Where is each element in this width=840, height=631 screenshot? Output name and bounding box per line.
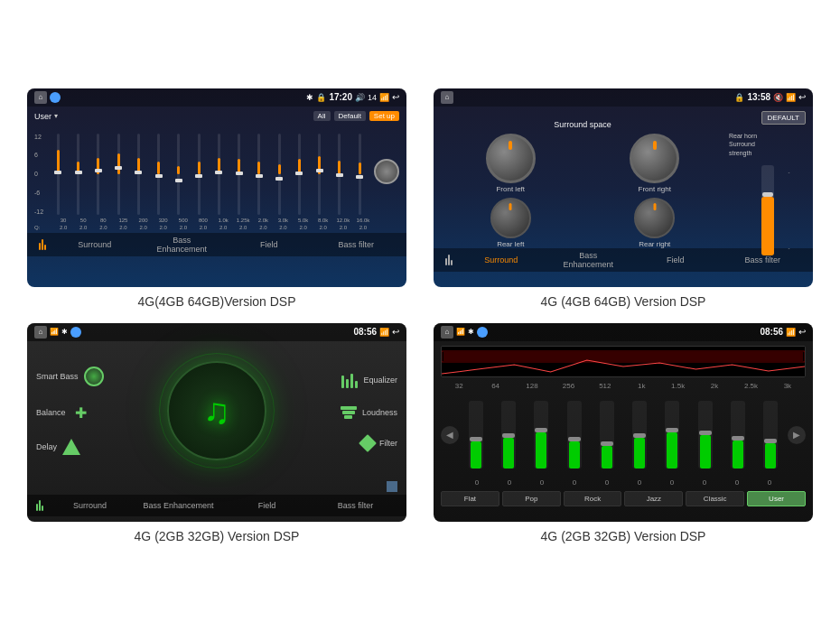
- balance-control[interactable]: [71, 403, 91, 422]
- side-labels: Rear hornSurroundstrength: [729, 132, 806, 158]
- lock-icon: 🔒: [316, 93, 326, 102]
- front-left-label: Front left: [496, 185, 525, 193]
- eq4-track-1[interactable]: [501, 401, 516, 469]
- eq-slider-3[interactable]: [109, 134, 127, 215]
- panel2-status-bar: ⌂ 🔒 13:58 🔇 📶 ↩: [434, 88, 813, 107]
- filter-icon: [359, 434, 377, 452]
- eq-scale: 12 6 0 -6 -12: [34, 134, 43, 215]
- nav-surround-p3[interactable]: Surround: [48, 501, 132, 510]
- eq-slider-12[interactable]: [290, 134, 308, 215]
- nav-bass-enhancement-p2[interactable]: BassEnhancement: [547, 251, 630, 269]
- nav-bass-enhancement[interactable]: BassEnhancement: [141, 236, 224, 254]
- eq-slider-9[interactable]: [229, 134, 247, 215]
- panel3-content: Smart Bass Balance Delay: [27, 341, 406, 481]
- eq4-track-9[interactable]: [763, 401, 778, 469]
- eq4-col-8: [723, 401, 752, 469]
- loudness-label: Loudness: [362, 408, 397, 417]
- nav-bass-filter-p2[interactable]: Bass filter: [722, 255, 805, 264]
- panel4-wrapper: ⌂ 📶 ✱ 08:56 📶 ↩: [420, 316, 826, 551]
- eq4-right-arrow[interactable]: ▶: [788, 426, 806, 444]
- panel2-time: 13:58: [747, 92, 770, 102]
- preset-jazz[interactable]: Jazz: [624, 491, 683, 506]
- equalizer-bars-icon: [341, 372, 358, 388]
- back-icon-p4[interactable]: ↩: [798, 327, 806, 337]
- home-icon[interactable]: ⌂: [34, 91, 47, 104]
- rear-right-knob[interactable]: [634, 198, 675, 238]
- eq-slider-8[interactable]: [210, 134, 228, 215]
- all-button[interactable]: All: [313, 111, 331, 121]
- vertical-slider[interactable]: - -: [729, 165, 806, 255]
- front-left-knob[interactable]: [486, 134, 536, 183]
- bt-icon-p3: ✱: [61, 328, 68, 336]
- smart-bass-knob[interactable]: [84, 367, 104, 386]
- eq-master-knob[interactable]: [374, 159, 399, 184]
- delay-control[interactable]: [62, 439, 80, 455]
- home-icon-p3[interactable]: ⌂: [34, 326, 47, 339]
- smart-bass-item: Smart Bass: [36, 367, 117, 386]
- nav-field-p3[interactable]: Field: [225, 501, 309, 510]
- eq-nav-eq-icon[interactable]: [36, 238, 49, 251]
- eq4-track-2[interactable]: [534, 401, 548, 469]
- back-icon-p2[interactable]: ↩: [798, 92, 806, 102]
- music-circle[interactable]: ♫: [167, 361, 266, 460]
- panel3-dsp: ⌂ 📶 ✱ 08:56 📶 ↩ Smart Bass: [27, 323, 406, 522]
- mute-icon-p2: 🔇: [773, 93, 783, 102]
- p3-right-controls: Equalizer Loudness Filter: [316, 372, 397, 450]
- eq-slider-13[interactable]: [310, 134, 328, 215]
- setup-button[interactable]: Set up: [369, 111, 399, 121]
- eq4-left-arrow[interactable]: ◀: [441, 426, 459, 444]
- preset-rock[interactable]: Rock: [564, 491, 622, 506]
- eq-slider-5[interactable]: [149, 134, 167, 215]
- eq-slider-1[interactable]: [69, 134, 87, 215]
- eq-slider-2[interactable]: [89, 134, 107, 215]
- eq4-track-8[interactable]: [731, 401, 745, 469]
- rear-left-knob[interactable]: [490, 198, 531, 238]
- balance-label: Balance: [36, 408, 66, 417]
- preset-flat[interactable]: Flat: [441, 491, 499, 506]
- nav-bass-enhancement-p3[interactable]: Bass Enhancement: [136, 501, 220, 510]
- eq4-col-6: [658, 401, 686, 469]
- eq-slider-11[interactable]: [270, 134, 288, 215]
- nav-field[interactable]: Field: [228, 240, 311, 249]
- eq4-col-9: [756, 401, 785, 469]
- eq-icon-p3[interactable]: [36, 500, 43, 511]
- nav-bass-filter-p3[interactable]: Bass filter: [313, 501, 397, 510]
- default-button[interactable]: Default: [334, 111, 366, 121]
- eq-slider-10[interactable]: [250, 134, 268, 215]
- eq4-track-6[interactable]: [665, 401, 679, 469]
- equalizer-item: Equalizer: [341, 372, 397, 388]
- home-icon-p4[interactable]: ⌂: [441, 326, 453, 339]
- eq-slider-6[interactable]: [170, 134, 188, 215]
- eq-slider-0[interactable]: [49, 134, 67, 215]
- front-right-knob[interactable]: [630, 134, 679, 183]
- eq4-track-0[interactable]: [469, 401, 483, 469]
- panel2-wrapper: ⌂ 🔒 13:58 🔇 📶 ↩ Front left: [420, 81, 826, 316]
- dropdown-icon[interactable]: ▾: [54, 112, 58, 120]
- nav-field-p2[interactable]: Field: [634, 255, 717, 264]
- panel1-bottom-nav: Surround BassEnhancement Field Bass filt…: [27, 233, 406, 256]
- eq4-track-5[interactable]: [632, 401, 647, 469]
- eq4-track-7[interactable]: [698, 401, 713, 469]
- default-button-p2[interactable]: DEFAULT: [761, 111, 806, 125]
- signal-icon: 📶: [379, 93, 389, 102]
- eq4-track-3[interactable]: [567, 401, 582, 469]
- panel1-dsp: ⌂ ✱ 🔒 17:20 🔊 14 📶 ↩ User ▾: [27, 88, 406, 287]
- back-icon[interactable]: ↩: [392, 92, 399, 102]
- nav-bass-filter[interactable]: Bass filter: [315, 240, 398, 249]
- nav-surround[interactable]: Surround: [53, 240, 136, 249]
- eq-slider-4[interactable]: [129, 134, 147, 215]
- back-icon-p3[interactable]: ↩: [392, 327, 399, 337]
- eq-slider-7[interactable]: [190, 134, 208, 215]
- eq-nav-eq-icon-p2[interactable]: [443, 254, 455, 266]
- eq-slider-15[interactable]: [350, 134, 369, 215]
- preset-classic[interactable]: Classic: [686, 491, 744, 506]
- home-icon-p2[interactable]: ⌂: [441, 91, 453, 104]
- eq-slider-14[interactable]: [331, 134, 349, 215]
- preset-pop[interactable]: Pop: [502, 491, 561, 506]
- eq4-track-4[interactable]: [600, 401, 614, 469]
- eq4-freq-row: 32 64 128 256 512 1k 1.5k 2k 2.5k 3k: [441, 382, 806, 390]
- eq4-sliders-row: ◀: [441, 394, 806, 476]
- nav-surround-p2[interactable]: Surround: [460, 255, 543, 264]
- panel4-status-bar: ⌂ 📶 ✱ 08:56 📶 ↩: [434, 323, 813, 341]
- preset-user[interactable]: User: [747, 491, 806, 506]
